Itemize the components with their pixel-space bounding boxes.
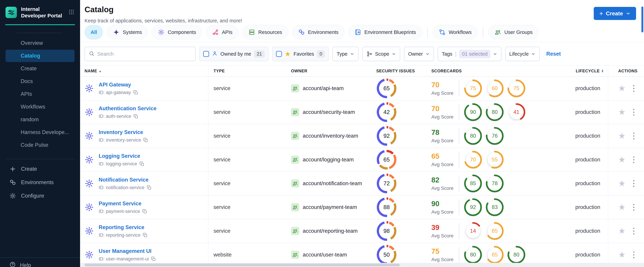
kebab-menu-icon[interactable] [632, 179, 636, 188]
copy-icon[interactable] [133, 90, 138, 95]
kebab-menu-icon[interactable] [632, 132, 636, 140]
sidebar-item-workflows[interactable]: Workflows [6, 100, 74, 113]
column-header-lifecycle[interactable]: LIFECYCLE ▲▼ [553, 66, 608, 76]
security-issues-donut[interactable]: 42 [377, 102, 396, 122]
scorecard-ring[interactable]: 55 [486, 150, 504, 169]
favorite-star-icon[interactable]: ★ [618, 179, 626, 188]
search-box[interactable] [84, 47, 196, 61]
owner-name[interactable]: account/logging-team [303, 156, 354, 163]
favorite-star-icon[interactable]: ★ [618, 251, 626, 259]
favorite-star-icon[interactable]: ★ [618, 156, 626, 164]
owner-name[interactable]: account/api-team [303, 85, 344, 92]
scorecard-ring[interactable]: 65 [486, 246, 504, 264]
favorite-star-icon[interactable]: ★ [618, 132, 626, 140]
security-issues-donut[interactable]: 72 [377, 174, 396, 193]
owned-by-me-checkbox[interactable] [203, 51, 209, 57]
tab-resources[interactable]: Resources [242, 25, 288, 40]
scorecard-ring[interactable]: 80 [507, 246, 526, 264]
security-issues-donut[interactable]: 92 [377, 126, 396, 146]
owner-name[interactable]: account/inventory-team [303, 133, 358, 139]
security-issues-donut[interactable]: 98 [377, 221, 396, 241]
copy-icon[interactable] [133, 114, 138, 119]
security-issues-donut[interactable]: 65 [377, 78, 396, 98]
security-issues-donut[interactable]: 65 [377, 150, 396, 170]
favorite-star-icon[interactable]: ★ [618, 203, 626, 211]
tab-workflows[interactable]: Workflows [433, 25, 478, 40]
tab-environment-blueprints[interactable]: Environment Blueprints [348, 25, 422, 40]
scorecard-ring[interactable]: 41 [507, 103, 526, 122]
type-filter-dropdown[interactable]: Type [332, 47, 358, 61]
entity-name-link[interactable]: Inventory Service [99, 129, 143, 135]
kebab-menu-icon[interactable] [632, 156, 636, 164]
owned-by-me-filter[interactable]: Owned by me 21 [200, 47, 268, 61]
entity-name-link[interactable]: Reporting Service [99, 224, 144, 230]
tab-environments[interactable]: Environments [292, 25, 344, 40]
scorecard-ring[interactable]: 83 [486, 198, 504, 216]
owner-name[interactable]: account/security-team [303, 109, 355, 115]
scorecard-ring[interactable]: 75 [464, 79, 482, 98]
favorite-star-icon[interactable]: ★ [618, 84, 626, 92]
scorecard-ring[interactable]: 14 [464, 222, 482, 240]
scorecard-ring[interactable]: 70 [464, 150, 482, 169]
sidebar-item-overview[interactable]: Overview [6, 37, 74, 49]
sidebar-item-environments[interactable]: Environments [0, 176, 80, 189]
kebab-menu-icon[interactable] [632, 108, 636, 116]
entity-name-link[interactable]: Authentication Service [99, 106, 156, 112]
entity-name-link[interactable]: User Management UI [99, 248, 152, 254]
scorecard-ring[interactable]: 65 [486, 222, 504, 240]
favorite-star-icon[interactable]: ★ [618, 227, 626, 235]
tags-filter-dropdown[interactable]: Tags|01 selected [438, 47, 502, 61]
copy-icon[interactable] [151, 256, 156, 262]
kebab-menu-icon[interactable] [632, 203, 636, 212]
entity-name-link[interactable]: Payment Service [99, 200, 141, 206]
tab-components[interactable]: Components [152, 25, 202, 40]
favorites-filter[interactable]: ★ Favorites 0 [272, 47, 329, 61]
sidebar-item-help[interactable]: Help [0, 259, 80, 267]
copy-icon[interactable] [143, 138, 148, 143]
entity-name-link[interactable]: API Gateway [99, 82, 131, 88]
scorecard-ring[interactable]: 90 [464, 103, 482, 122]
copy-icon[interactable] [142, 209, 147, 214]
entity-name-link[interactable]: Logging Service [99, 153, 140, 159]
copy-icon[interactable] [139, 161, 144, 166]
favorite-star-icon[interactable]: ★ [618, 108, 626, 116]
reset-filters-button[interactable]: Reset [546, 51, 561, 57]
owner-name[interactable]: account/reporting-team [303, 228, 358, 234]
horizontal-scrollbar-track[interactable] [80, 263, 644, 267]
tab-all[interactable]: All [84, 25, 103, 40]
search-input[interactable] [97, 51, 192, 57]
owner-name[interactable]: account/payment-team [303, 204, 357, 210]
security-issues-donut[interactable]: 88 [377, 198, 396, 217]
scorecard-ring[interactable]: 85 [464, 174, 482, 193]
tab-user-groups[interactable]: User Groups [488, 25, 538, 40]
column-header-name[interactable]: NAME▲ [80, 66, 208, 76]
scorecard-ring[interactable]: 75 [507, 79, 526, 98]
sidebar-item-configure[interactable]: Configure [0, 189, 80, 202]
sidebar-item-apis[interactable]: APIs [6, 88, 74, 100]
copy-icon[interactable] [142, 232, 148, 238]
sidebar-item-random[interactable]: random [6, 113, 74, 126]
app-switcher-grid-icon[interactable] [68, 9, 74, 16]
scorecard-ring[interactable]: 76 [486, 126, 504, 145]
tab-systems[interactable]: Systems [107, 25, 148, 40]
tab-apis[interactable]: APIs [206, 25, 238, 40]
scorecard-ring[interactable]: 80 [464, 246, 482, 264]
security-issues-donut[interactable]: 50 [377, 245, 396, 264]
vertical-scrollbar-thumb[interactable] [642, 6, 643, 32]
scorecard-ring[interactable]: 92 [464, 198, 482, 216]
sidebar-item-create[interactable]: Create [0, 162, 80, 176]
owner-filter-dropdown[interactable]: Owner [404, 47, 434, 61]
scorecard-ring[interactable]: 80 [464, 126, 482, 145]
owner-name[interactable]: account/notification-team [303, 180, 362, 186]
scorecard-ring[interactable]: 80 [486, 103, 504, 122]
sidebar-item-docs[interactable]: Docs [6, 75, 74, 88]
scope-filter-dropdown[interactable]: Scope [362, 47, 400, 61]
scorecard-ring[interactable]: 60 [486, 79, 504, 98]
sidebar-item-harness-develope-[interactable]: Harness Develope... [6, 126, 74, 138]
create-button[interactable]: + Create [594, 7, 636, 20]
favorites-checkbox[interactable] [276, 51, 282, 57]
copy-icon[interactable] [146, 185, 152, 190]
sidebar-item-catalog[interactable]: Catalog [6, 50, 74, 62]
lifecycle-filter-dropdown[interactable]: Lifecycle [505, 47, 540, 61]
kebab-menu-icon[interactable] [632, 250, 636, 259]
